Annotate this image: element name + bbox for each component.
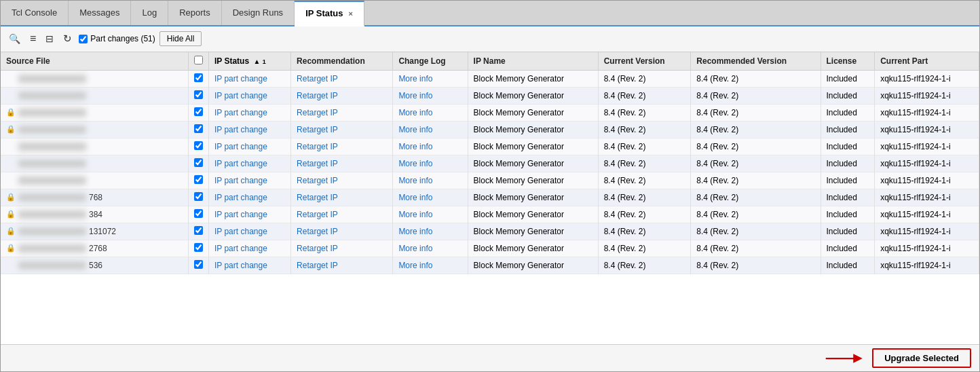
change-log-link[interactable]: More info — [398, 91, 432, 100]
hide-all-button[interactable]: Hide All — [159, 31, 202, 46]
row-checkbox[interactable] — [194, 107, 203, 116]
col-header-change-log[interactable]: Change Log — [393, 52, 468, 71]
refresh-button[interactable]: ↻ — [60, 31, 75, 46]
recommendation-link[interactable]: Retarget IP — [297, 125, 338, 134]
ip-status-link[interactable]: IP part change — [214, 210, 267, 219]
recommendation-link[interactable]: Retarget IP — [297, 91, 338, 100]
change-log-link[interactable]: More info — [398, 159, 432, 168]
tab-tcl-console[interactable]: Tcl Console — [1, 1, 69, 25]
ip-status-link[interactable]: IP part change — [214, 261, 267, 270]
change-log-link[interactable]: More info — [398, 261, 432, 270]
tab-messages[interactable]: Messages — [69, 1, 131, 25]
change-log-link[interactable]: More info — [398, 227, 432, 236]
ip-status-link[interactable]: IP part change — [214, 108, 267, 117]
row-checkbox-cell[interactable] — [188, 121, 208, 138]
recommendation-link[interactable]: Retarget IP — [297, 244, 338, 253]
search-button[interactable]: 🔍 — [6, 32, 23, 45]
table-row: IP part changeRetarget IPMore infoBlock … — [1, 172, 979, 189]
select-all-checkbox[interactable] — [194, 56, 203, 64]
collapse-all-button[interactable]: ⊟ — [43, 32, 56, 45]
current-part-cell: xqku115-rlf1924-1-i — [875, 104, 979, 121]
row-checkbox[interactable] — [194, 175, 203, 184]
part-changes-filter[interactable]: Part changes (51) — [79, 34, 155, 43]
change-log-link[interactable]: More info — [398, 108, 432, 117]
row-checkbox-cell[interactable] — [188, 240, 208, 257]
row-checkbox[interactable] — [194, 243, 203, 252]
row-checkbox[interactable] — [194, 73, 203, 82]
lock-icon: 🔒 — [6, 227, 16, 236]
tab-log[interactable]: Log — [131, 1, 168, 25]
recommendation-link[interactable]: Retarget IP — [297, 74, 338, 83]
row-checkbox[interactable] — [194, 141, 203, 150]
col-header-ip-status[interactable]: IP Status ▲ 1 — [208, 52, 290, 71]
change-log-link[interactable]: More info — [398, 176, 432, 185]
row-checkbox[interactable] — [194, 158, 203, 167]
row-checkbox[interactable] — [194, 226, 203, 235]
change-log-link[interactable]: More info — [398, 74, 432, 83]
ip-status-link[interactable]: IP part change — [214, 142, 267, 151]
recommendation-cell: Retarget IP — [291, 155, 393, 172]
tab-ip-status[interactable]: IP Status × — [295, 1, 364, 26]
row-checkbox-cell[interactable] — [188, 138, 208, 155]
change-log-link[interactable]: More info — [398, 210, 432, 219]
upgrade-selected-button[interactable]: Upgrade Selected — [872, 348, 971, 368]
col-header-recommended-version[interactable]: Recommended Version — [691, 52, 821, 71]
col-header-ip-name[interactable]: IP Name — [468, 52, 598, 71]
row-checkbox-cell[interactable] — [188, 223, 208, 240]
current-part-cell: xqku115-rlf1924-1-i — [875, 223, 979, 240]
tab-log-label: Log — [142, 7, 157, 18]
ip-status-link[interactable]: IP part change — [214, 74, 267, 83]
row-checkbox[interactable] — [194, 209, 203, 218]
ip-status-link[interactable]: IP part change — [214, 176, 267, 185]
row-checkbox-cell[interactable] — [188, 172, 208, 189]
tab-ip-status-close[interactable]: × — [349, 10, 353, 18]
source-file-cell — [1, 155, 188, 172]
recommendation-link[interactable]: Retarget IP — [297, 159, 338, 168]
source-name-blurred — [18, 193, 86, 202]
ip-status-link[interactable]: IP part change — [214, 244, 267, 253]
current-part-cell: xqku115-rlf1924-1-i — [875, 172, 979, 189]
change-log-link[interactable]: More info — [398, 244, 432, 253]
row-checkbox-cell[interactable] — [188, 189, 208, 206]
col-header-checkbox[interactable] — [188, 52, 208, 71]
ip-status-link[interactable]: IP part change — [214, 159, 267, 168]
change-log-link[interactable]: More info — [398, 142, 432, 151]
col-header-current-version[interactable]: Current Version — [598, 52, 691, 71]
col-header-current-part[interactable]: Current Part — [875, 52, 979, 71]
row-checkbox-cell[interactable] — [188, 70, 208, 87]
col-header-recommendation[interactable]: Recommendation — [291, 52, 393, 71]
row-checkbox[interactable] — [194, 90, 203, 99]
tab-design-runs[interactable]: Design Runs — [222, 1, 295, 25]
recommendation-link[interactable]: Retarget IP — [297, 176, 338, 185]
change-log-link[interactable]: More info — [398, 125, 432, 134]
ip-status-link[interactable]: IP part change — [214, 91, 267, 100]
recommendation-link[interactable]: Retarget IP — [297, 142, 338, 151]
recommended-version-cell: 8.4 (Rev. 2) — [691, 104, 821, 121]
row-checkbox-cell[interactable] — [188, 87, 208, 104]
change-log-link[interactable]: More info — [398, 193, 432, 202]
row-checkbox-cell[interactable] — [188, 206, 208, 223]
expand-all-button[interactable]: ≡ — [27, 31, 39, 46]
recommendation-link[interactable]: Retarget IP — [297, 227, 338, 236]
source-name-blurred — [18, 176, 86, 185]
recommended-version-cell: 8.4 (Rev. 2) — [691, 138, 821, 155]
row-checkbox[interactable] — [194, 124, 203, 133]
ip-name-cell: Block Memory Generator — [468, 121, 598, 138]
recommendation-link[interactable]: Retarget IP — [297, 108, 338, 117]
row-checkbox[interactable] — [194, 260, 203, 269]
ip-status-link[interactable]: IP part change — [214, 125, 267, 134]
col-header-license[interactable]: License — [821, 52, 875, 71]
part-changes-checkbox[interactable] — [79, 35, 88, 43]
recommendation-link[interactable]: Retarget IP — [297, 261, 338, 270]
row-checkbox[interactable] — [194, 192, 203, 201]
ip-status-link[interactable]: IP part change — [214, 227, 267, 236]
row-checkbox-cell[interactable] — [188, 257, 208, 274]
row-checkbox-cell[interactable] — [188, 104, 208, 121]
tab-reports[interactable]: Reports — [168, 1, 222, 25]
recommendation-link[interactable]: Retarget IP — [297, 210, 338, 219]
recommendation-link[interactable]: Retarget IP — [297, 193, 338, 202]
license-cell: Included — [821, 155, 875, 172]
source-file-cell — [1, 138, 188, 155]
row-checkbox-cell[interactable] — [188, 155, 208, 172]
ip-status-link[interactable]: IP part change — [214, 193, 267, 202]
